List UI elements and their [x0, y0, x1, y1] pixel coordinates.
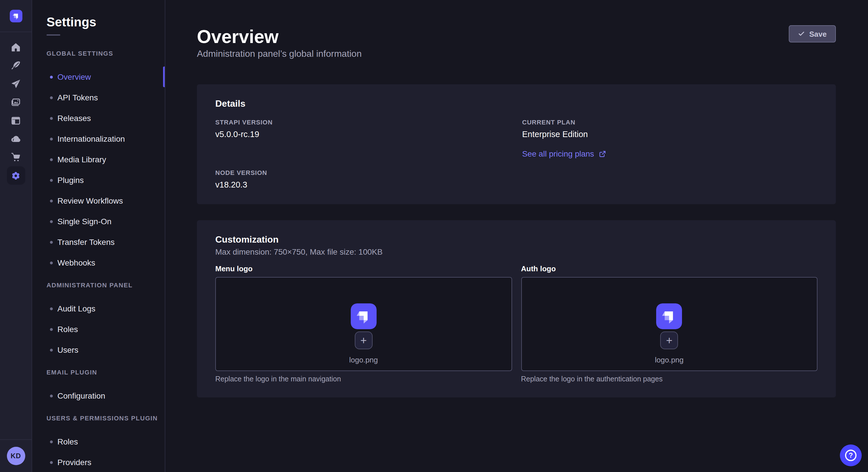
section-label-global-settings: GLOBAL SETTINGS: [46, 49, 165, 57]
bullet-icon: [50, 241, 53, 243]
help-button[interactable]: ?: [840, 444, 862, 466]
settings-gear-icon[interactable]: [7, 166, 25, 185]
sidebar-item-media-library[interactable]: Media Library: [32, 149, 165, 170]
menu-logo-dropzone[interactable]: + logo.png: [215, 277, 512, 371]
home-icon[interactable]: [7, 38, 25, 56]
sidebar-item-label: Internationalization: [57, 134, 125, 143]
section-label-administration-panel: ADMINISTRATION PANEL: [46, 281, 165, 289]
customization-card-subtitle: Max dimension: 750×750, Max file size: 1…: [215, 247, 817, 257]
sidebar-item-admin-users[interactable]: Users: [32, 339, 165, 360]
bullet-icon: [50, 137, 53, 140]
rail-logo-area: [0, 0, 32, 32]
bullet-icon: [50, 158, 53, 161]
content-type-builder-icon[interactable]: [7, 56, 25, 74]
sidebar-item-label: Users: [57, 345, 79, 355]
subnav-divider: [46, 34, 60, 36]
bullet-icon: [50, 348, 53, 351]
details-card: Details STRAPI VERSION v5.0.0-rc.19 CURR…: [197, 84, 836, 204]
check-icon: [798, 30, 805, 37]
sidebar-item-email-configuration[interactable]: Configuration: [32, 385, 165, 406]
sidebar-item-up-providers[interactable]: Providers: [32, 452, 165, 472]
releases-send-icon[interactable]: [7, 74, 25, 93]
bullet-icon: [50, 394, 53, 397]
sidebar-item-label: Providers: [57, 458, 91, 467]
strapi-logo[interactable]: [9, 9, 22, 22]
sidebar-item-label: Configuration: [57, 391, 105, 400]
bullet-icon: [50, 461, 53, 464]
sidebar-item-single-sign-on[interactable]: Single Sign-On: [32, 211, 165, 232]
menu-logo-label: Menu logo: [215, 264, 512, 274]
pricing-plans-link[interactable]: See all pricing plans: [522, 148, 606, 160]
save-button[interactable]: Save: [788, 25, 836, 42]
external-link-icon: [599, 150, 606, 158]
settings-subnav: Settings GLOBAL SETTINGS Overview API To…: [32, 0, 165, 472]
field-value: v18.20.3: [215, 179, 510, 191]
sidebar-item-internationalization[interactable]: Internationalization: [32, 129, 165, 149]
bullet-icon: [50, 307, 53, 310]
auth-logo-label: Auth logo: [521, 264, 817, 274]
rail-user-area: KD: [0, 439, 32, 472]
auth-logo-dropzone[interactable]: + logo.png: [521, 277, 817, 371]
sidebar-item-label: Media Library: [57, 155, 106, 164]
sidebar-item-audit-logs[interactable]: Audit Logs: [32, 298, 165, 319]
sidebar-item-overview[interactable]: Overview: [32, 67, 165, 87]
sidebar-item-plugins[interactable]: Plugins: [32, 170, 165, 191]
sidebar-item-webhooks[interactable]: Webhooks: [32, 252, 165, 273]
main-content: Overview Administration panel’s global i…: [165, 0, 868, 472]
sidebar-item-admin-roles[interactable]: Roles: [32, 319, 165, 339]
sidebar-item-label: API Tokens: [57, 93, 98, 102]
marketplace-cart-icon[interactable]: [7, 148, 25, 166]
customization-card: Customization Max dimension: 750×750, Ma…: [197, 220, 836, 398]
avatar[interactable]: KD: [7, 447, 25, 465]
sidebar-item-label: Plugins: [57, 175, 84, 185]
menu-logo-preview: [351, 303, 377, 329]
save-button-label: Save: [809, 30, 827, 38]
logo-zones: Menu logo + logo.png: [215, 264, 817, 384]
bullet-icon: [50, 328, 53, 331]
node-version-field: NODE VERSION v18.20.3: [215, 169, 510, 191]
sidebar-item-label: Webhooks: [57, 258, 95, 267]
details-grid: STRAPI VERSION v5.0.0-rc.19 CURRENT PLAN…: [215, 118, 817, 191]
bullet-icon: [50, 220, 53, 223]
sidebar-item-review-workflows[interactable]: Review Workflows: [32, 191, 165, 211]
menu-logo-zone: Menu logo + logo.png: [215, 264, 512, 384]
sidebar-item-label: Review Workflows: [57, 196, 123, 205]
sidebar-item-releases[interactable]: Releases: [32, 108, 165, 129]
auth-logo-preview: [656, 303, 682, 329]
bullet-icon: [50, 75, 53, 78]
add-menu-logo-button[interactable]: +: [355, 332, 373, 349]
page-subtitle: Administration panel’s global informatio…: [197, 48, 836, 60]
sidebar-item-label: Overview: [57, 72, 91, 81]
bullet-icon: [50, 179, 53, 181]
menu-logo-caption: Replace the logo in the main navigation: [215, 374, 512, 384]
bullet-icon: [50, 199, 53, 202]
bullet-icon: [50, 440, 53, 443]
sidebar-item-label: Roles: [57, 437, 78, 446]
sidebar-item-up-roles[interactable]: Roles: [32, 431, 165, 452]
content-manager-layout-icon[interactable]: [7, 111, 25, 130]
field-label: NODE VERSION: [215, 169, 510, 177]
auth-logo-zone: Auth logo + logo.png: [521, 264, 817, 384]
section-label-users-permissions-plugin: USERS & PERMISSIONS PLUGIN: [46, 414, 165, 422]
main-nav-rail: KD: [0, 0, 32, 472]
sidebar-item-label: Single Sign-On: [57, 217, 112, 226]
strapi-version-field: STRAPI VERSION v5.0.0-rc.19: [215, 118, 510, 160]
sidebar-item-api-tokens[interactable]: API Tokens: [32, 87, 165, 108]
auth-logo-filename: logo.png: [655, 356, 684, 364]
rail-icon-list: [0, 32, 32, 185]
bullet-icon: [50, 96, 53, 99]
field-value: Enterprise Edition: [522, 129, 817, 140]
media-library-icon[interactable]: [7, 93, 25, 111]
sidebar-item-label: Roles: [57, 325, 78, 334]
field-label: STRAPI VERSION: [215, 118, 510, 126]
customization-card-title: Customization: [215, 234, 817, 245]
bullet-icon: [50, 261, 53, 264]
add-auth-logo-button[interactable]: +: [660, 332, 678, 349]
sidebar-item-label: Transfer Tokens: [57, 237, 115, 247]
question-mark-icon: ?: [845, 450, 857, 461]
sidebar-item-transfer-tokens[interactable]: Transfer Tokens: [32, 232, 165, 252]
current-plan-field: CURRENT PLAN Enterprise Edition See all …: [522, 118, 817, 160]
strapi-admin-window: KD Settings GLOBAL SETTINGS Overview API…: [0, 0, 868, 472]
field-value: v5.0.0-rc.19: [215, 129, 510, 140]
cloud-icon[interactable]: [7, 130, 25, 148]
